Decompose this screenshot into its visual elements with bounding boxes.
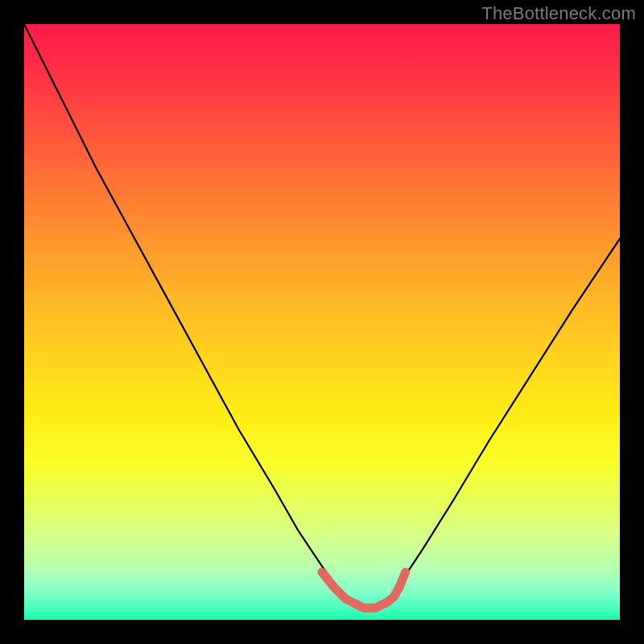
chart-frame: TheBottleneck.com [0,0,644,644]
main-curve [24,24,620,608]
chart-svg [24,24,620,620]
watermark-text: TheBottleneck.com [481,3,636,24]
highlight-segment [322,572,406,608]
plot-area [24,24,620,620]
